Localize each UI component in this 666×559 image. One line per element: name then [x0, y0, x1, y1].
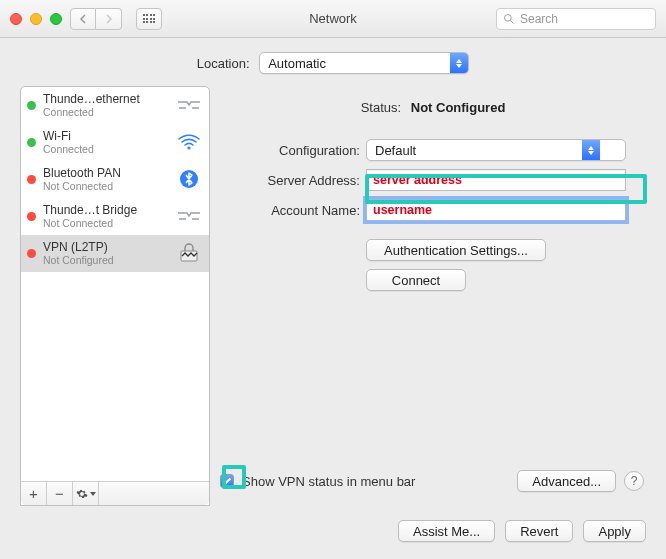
- search-input[interactable]: Search: [496, 8, 656, 30]
- show-vpn-status-label: Show VPN status in menu bar: [242, 474, 509, 489]
- connect-button[interactable]: Connect: [366, 269, 466, 291]
- chevron-left-icon: [79, 14, 87, 24]
- sidebar-item-bridge[interactable]: Thunde…t Bridge Not Connected: [21, 198, 209, 235]
- interface-name: VPN (L2TP): [43, 240, 168, 254]
- minimize-window-button[interactable]: [30, 13, 42, 25]
- apply-button[interactable]: Apply: [583, 520, 646, 542]
- remove-interface-button[interactable]: −: [47, 482, 73, 505]
- svg-point-2: [187, 146, 190, 149]
- location-label: Location:: [197, 56, 250, 71]
- footer-buttons: Assist Me... Revert Apply: [0, 512, 666, 542]
- interface-name: Thunde…ethernet: [43, 92, 168, 106]
- server-address-input[interactable]: [366, 169, 626, 191]
- revert-button[interactable]: Revert: [505, 520, 573, 542]
- interface-name: Thunde…t Bridge: [43, 203, 168, 217]
- interface-status: Not Connected: [43, 180, 168, 192]
- location-row: Location: Automatic: [0, 38, 666, 86]
- updown-arrows-icon: [582, 140, 600, 160]
- svg-line-1: [511, 20, 514, 23]
- svg-point-0: [505, 14, 512, 21]
- interface-status: Connected: [43, 106, 168, 118]
- interface-name: Bluetooth PAN: [43, 166, 168, 180]
- sidebar-item-wifi[interactable]: Wi-Fi Connected: [21, 124, 209, 161]
- chevron-down-icon: [90, 492, 96, 496]
- titlebar: Network Search: [0, 0, 666, 38]
- assist-me-button[interactable]: Assist Me...: [398, 520, 495, 542]
- account-name-label: Account Name:: [220, 203, 360, 218]
- bluetooth-icon: [175, 168, 203, 190]
- check-icon: [222, 476, 232, 486]
- content-pane: Status: Not Configured Configuration: De…: [220, 86, 646, 506]
- nav-buttons: [70, 8, 122, 30]
- status-value: Not Configured: [411, 100, 506, 115]
- ethernet-icon: [175, 94, 203, 116]
- interfaces-sidebar: Thunde…ethernet Connected Wi-Fi Connecte…: [20, 86, 210, 506]
- interface-status: Not Connected: [43, 217, 168, 229]
- search-icon: [503, 13, 515, 25]
- interface-status: Not Configured: [43, 254, 168, 266]
- status-dot-icon: [27, 249, 36, 258]
- ethernet-icon: [175, 205, 203, 227]
- sidebar-item-vpn[interactable]: VPN (L2TP) Not Configured: [21, 235, 209, 272]
- back-button[interactable]: [70, 8, 96, 30]
- advanced-button[interactable]: Advanced...: [517, 470, 616, 492]
- show-all-button[interactable]: [136, 8, 162, 30]
- status-dot-icon: [27, 101, 36, 110]
- status-line: Status: Not Configured: [220, 86, 646, 139]
- sidebar-item-ethernet[interactable]: Thunde…ethernet Connected: [21, 87, 209, 124]
- add-interface-button[interactable]: +: [21, 482, 47, 505]
- sidebar-actions-button[interactable]: [73, 482, 99, 505]
- vpn-form: Configuration: Default Server Address: A…: [220, 139, 646, 221]
- status-dot-icon: [27, 212, 36, 221]
- bottom-row: Show VPN status in menu bar Advanced... …: [220, 470, 646, 492]
- interface-status: Connected: [43, 143, 168, 155]
- close-window-button[interactable]: [10, 13, 22, 25]
- search-placeholder: Search: [520, 12, 558, 26]
- show-vpn-status-checkbox[interactable]: [220, 474, 234, 488]
- location-value: Automatic: [260, 56, 450, 71]
- zoom-window-button[interactable]: [50, 13, 62, 25]
- account-name-input[interactable]: [366, 199, 626, 221]
- gear-icon: [76, 488, 88, 500]
- sidebar-item-bluetooth[interactable]: Bluetooth PAN Not Connected: [21, 161, 209, 198]
- interfaces-list: Thunde…ethernet Connected Wi-Fi Connecte…: [21, 87, 209, 481]
- status-dot-icon: [27, 138, 36, 147]
- config-label: Configuration:: [220, 143, 360, 158]
- authentication-settings-button[interactable]: Authentication Settings...: [366, 239, 546, 261]
- forward-button[interactable]: [96, 8, 122, 30]
- status-dot-icon: [27, 175, 36, 184]
- interface-name: Wi-Fi: [43, 129, 168, 143]
- configuration-select[interactable]: Default: [366, 139, 626, 161]
- vpn-lock-icon: [175, 242, 203, 264]
- wifi-icon: [175, 131, 203, 153]
- window-controls: [10, 13, 62, 25]
- sidebar-toolbar: + −: [21, 481, 209, 505]
- help-button[interactable]: ?: [624, 471, 644, 491]
- updown-arrows-icon: [450, 53, 468, 73]
- location-select[interactable]: Automatic: [259, 52, 469, 74]
- status-label: Status:: [361, 100, 401, 115]
- grid-icon: [143, 14, 156, 23]
- configuration-value: Default: [367, 143, 582, 158]
- server-address-label: Server Address:: [220, 173, 360, 188]
- chevron-right-icon: [105, 14, 113, 24]
